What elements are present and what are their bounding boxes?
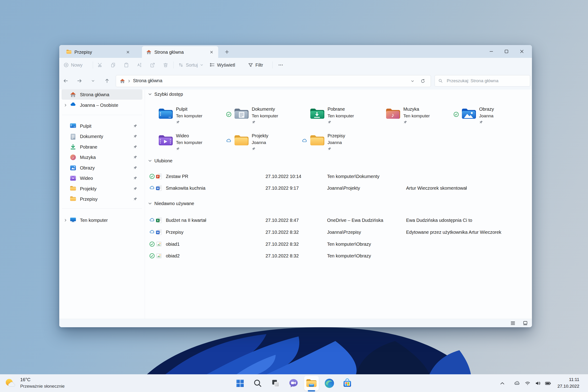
weather-widget[interactable]	[4, 377, 16, 390]
sidebar-item-obrazy[interactable]: Obrazy	[62, 162, 142, 173]
more-options-button[interactable]	[276, 60, 285, 70]
address-dropdown-chevron[interactable]	[410, 79, 414, 84]
file-date: 27.10.2022 10:14	[266, 174, 301, 179]
large-thumbnails-view-icon[interactable]	[522, 320, 528, 326]
file-date: 27.10.2022 8:32	[266, 242, 299, 247]
sort-icon	[178, 62, 184, 68]
quick-access-tile-pulpit[interactable]: Pulpit Ten komputer	[149, 106, 222, 129]
pin-icon	[252, 147, 256, 151]
quick-access-tile-pobrane[interactable]: Pobrane Ten komputer	[300, 106, 374, 129]
details-view-icon[interactable]	[510, 320, 516, 326]
share-button[interactable]	[148, 60, 157, 70]
file-row-obiad2[interactable]: obiad2 27.10.2022 8:32 Ten komputer\Obra…	[145, 250, 530, 261]
tab-przepisy[interactable]: Przepisy	[62, 46, 138, 58]
new-tab-button[interactable]	[223, 48, 231, 56]
sidebar-item-projekty[interactable]: Projekty	[62, 184, 142, 194]
toolbar-separator	[174, 62, 174, 68]
videos-icon	[70, 175, 76, 182]
breadcrumb-chevron-icon	[127, 79, 131, 84]
sidebar-item-przepisy[interactable]: Przepisy	[62, 194, 142, 204]
hidden-icons-chevron[interactable]	[499, 380, 506, 386]
close-window-button[interactable]	[516, 47, 527, 56]
close-tab-icon[interactable]	[124, 49, 132, 56]
edge-icon[interactable]	[323, 377, 336, 390]
microsoft-store-icon[interactable]	[341, 377, 354, 390]
search-taskbar-icon[interactable]	[251, 377, 264, 390]
section-title: Szybki dostęp	[154, 92, 183, 97]
folder-icon	[234, 134, 248, 146]
chevron-down-icon[interactable]	[148, 159, 152, 163]
sidebar-item-onedrive[interactable]: Joanna – Osobiste	[62, 100, 142, 110]
sidebar-item-label: Ten komputer	[80, 218, 108, 223]
chevron-down-icon[interactable]	[148, 202, 152, 206]
clock-time: 11:11	[569, 377, 579, 382]
copy-button[interactable]	[109, 60, 118, 70]
chevron-down-icon[interactable]	[148, 92, 152, 96]
recent-locations-chevron[interactable]	[88, 76, 98, 86]
sidebar-item-ten-komputer[interactable]: Ten komputer	[62, 215, 142, 225]
downloads-folder-icon	[310, 108, 324, 120]
back-button[interactable]	[61, 76, 70, 86]
task-view-icon[interactable]	[269, 377, 282, 390]
cut-button[interactable]	[96, 60, 105, 70]
tile-subtitle: Ten komputer	[252, 114, 278, 118]
maximize-button[interactable]	[501, 47, 512, 56]
quick-access-tile-przepisy[interactable]: Przepisy Joanna	[300, 133, 374, 156]
quick-access-tile-projekty[interactable]: Projekty Joanna	[225, 133, 298, 156]
delete-button[interactable]	[161, 60, 170, 70]
forward-button[interactable]	[75, 76, 84, 86]
quick-access-tile-dokumenty[interactable]: Dokumenty Ten komputer	[225, 106, 298, 129]
refresh-icon[interactable]	[420, 78, 426, 85]
tile-subtitle: Ten komputer	[176, 140, 202, 145]
wifi-icon[interactable]	[524, 380, 531, 386]
breadcrumb[interactable]: Strona główna	[133, 78, 162, 83]
file-row-budzet[interactable]: X Budżet na II kwartał 27.10.2022 8:47 O…	[145, 215, 530, 226]
pin-icon	[479, 120, 483, 124]
onedrive-tray-icon[interactable]	[514, 380, 520, 386]
clock-date: 27.10.2022	[558, 384, 579, 389]
section-header-quick-access[interactable]: Szybki dostęp	[148, 91, 183, 97]
search-input[interactable]	[434, 75, 530, 86]
file-row-przepisy[interactable]: W Przepisy 27.10.2022 8:32 Joanna\Przepi…	[145, 227, 530, 238]
sidebar-item-muzyka[interactable]: ♪ Muzyka	[62, 152, 142, 162]
filter-button[interactable]: Filtr	[246, 60, 264, 70]
file-name: Przepisy	[166, 230, 184, 235]
cut-icon	[98, 62, 103, 68]
quick-access-tile-wideo[interactable]: Wideo Ten komputer	[149, 133, 222, 156]
rename-button[interactable]	[135, 60, 144, 70]
file-row-obiad1[interactable]: obiad1 27.10.2022 8:32 Ten komputer\Obra…	[145, 239, 530, 250]
tile-subtitle: Ten komputer	[328, 114, 354, 118]
address-bar[interactable]: Strona główna	[116, 75, 431, 87]
chevron-right-icon[interactable]	[64, 103, 68, 107]
toolbar-separator	[272, 62, 273, 68]
sidebar-item-home[interactable]: Strona główna	[62, 89, 142, 100]
quick-access-tile-muzyka[interactable]: ♪ Muzyka Ten komputer	[376, 106, 450, 129]
sidebar-item-wideo[interactable]: Wideo	[62, 173, 142, 183]
close-tab-icon[interactable]	[208, 49, 215, 56]
file-explorer-taskbar-icon[interactable]	[305, 377, 318, 390]
paste-button[interactable]	[122, 60, 131, 70]
pin-icon	[328, 147, 332, 151]
file-row-zestaw-pr[interactable]: P Zestaw PR 27.10.2022 10:14 Ten kompute…	[145, 171, 530, 182]
chevron-right-icon[interactable]	[64, 218, 68, 222]
tab-strona-glowna[interactable]: Strona główna	[142, 46, 218, 58]
teams-chat-icon[interactable]	[287, 377, 300, 390]
clock[interactable]: 11:11 27.10.2022	[538, 374, 579, 392]
tile-name: Projekty	[252, 133, 268, 138]
view-button[interactable]: Wyświetl	[208, 60, 236, 70]
quick-access-tile-obrazy[interactable]: Obrazy Joanna	[452, 106, 526, 129]
up-button[interactable]	[102, 76, 112, 86]
toolbar-separator	[93, 62, 93, 68]
sidebar-item-pulpit[interactable]: Pulpit	[62, 121, 142, 131]
section-header-recent[interactable]: Niedawno używane	[148, 200, 194, 207]
sidebar-item-pobrane[interactable]: Pobrane	[62, 142, 142, 152]
pin-icon	[252, 120, 256, 124]
section-header-favorites[interactable]: Ulubione	[148, 158, 172, 164]
search-icon	[438, 78, 443, 84]
sidebar-item-dokumenty[interactable]: Dokumenty	[62, 131, 142, 142]
new-button[interactable]: Nowy	[61, 60, 85, 70]
minimize-button[interactable]	[486, 47, 496, 56]
sort-button[interactable]: Sortuj	[177, 60, 205, 70]
start-button[interactable]	[234, 377, 246, 390]
file-row-smakowita-kuchnia[interactable]: W Smakowita kuchnia 27.10.2022 9:17 Joan…	[145, 183, 530, 193]
